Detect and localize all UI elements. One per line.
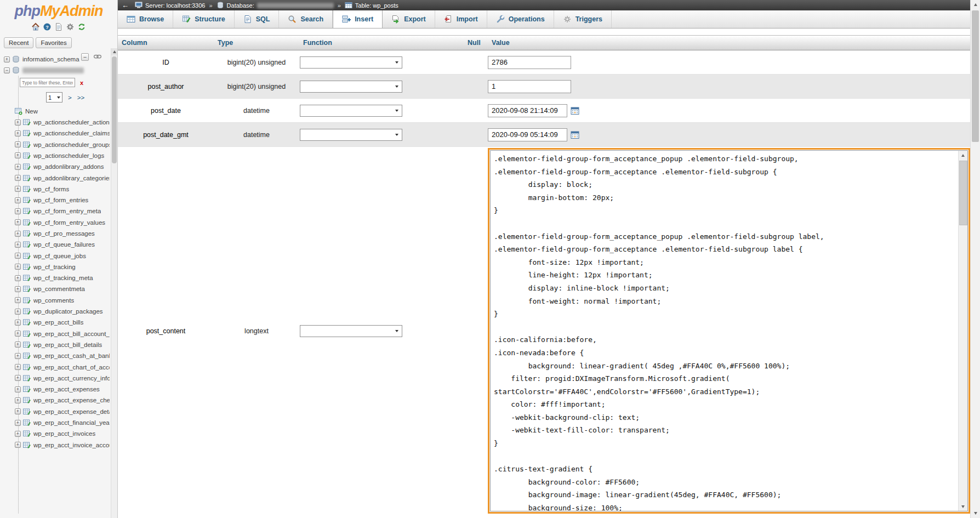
value-textarea-post-content[interactable]: .elementor-field-group-form_acceptance_p… — [490, 150, 968, 511]
expand-icon[interactable]: + — [4, 56, 10, 62]
tab-triggers[interactable]: Triggers — [554, 10, 612, 28]
expand-icon[interactable]: + — [15, 141, 21, 147]
expand-icon[interactable]: + — [15, 231, 21, 237]
expand-icon[interactable]: + — [15, 242, 21, 248]
tab-import[interactable]: Import — [435, 10, 487, 28]
tab-insert[interactable]: Insert — [333, 10, 383, 28]
calendar-icon[interactable] — [571, 106, 579, 115]
expand-icon[interactable]: + — [15, 397, 21, 403]
tab-sql[interactable]: SQL — [235, 10, 280, 28]
refresh-icon[interactable] — [77, 22, 86, 31]
tree-item-table[interactable]: + wp_cf_queue_failures — [0, 239, 110, 250]
tree-item-new-table[interactable]: New — [0, 106, 110, 117]
nav-scrollbar[interactable] — [111, 48, 117, 518]
expand-icon[interactable]: + — [15, 341, 21, 348]
expand-icon[interactable]: + — [15, 364, 21, 370]
tab-search[interactable]: Search — [279, 10, 333, 28]
settings-gear-icon[interactable] — [66, 22, 75, 31]
breadcrumb-server[interactable]: Server: localhost:3306 — [145, 2, 205, 9]
tree-item-table[interactable]: + wp_erp_acct_chart_of_accounts — [0, 361, 110, 372]
tree-item-table[interactable]: + wp_cf_tracking — [0, 261, 110, 272]
help-icon[interactable]: ? — [43, 22, 52, 31]
expand-icon[interactable]: + — [15, 264, 21, 270]
breadcrumb-database[interactable]: Database: — [227, 2, 254, 9]
tree-item-table[interactable]: + wp_erp_acct_expenses — [0, 384, 110, 395]
tree-item-table[interactable]: + wp_addonlibrary_addons — [0, 161, 110, 172]
tree-item-table[interactable]: + wp_cf_form_entries — [0, 195, 110, 206]
recent-button[interactable]: Recent — [4, 37, 33, 48]
tree-item-table[interactable]: + wp_actionscheduler_claims — [0, 128, 110, 139]
tree-item-table[interactable]: + wp_erp_acct_bills — [0, 317, 110, 328]
phpmyadmin-logo[interactable]: phpMyAdmin — [0, 0, 117, 20]
collapse-nav-arrow[interactable]: ← — [122, 1, 129, 9]
scroll-down-icon[interactable] — [959, 502, 967, 511]
value-input-post-author[interactable] — [488, 80, 571, 93]
expand-icon[interactable]: + — [15, 253, 21, 259]
tab-browse[interactable]: Browse — [118, 10, 173, 28]
expand-icon[interactable]: + — [15, 186, 21, 192]
value-input-id[interactable] — [488, 56, 571, 69]
tree-item-table[interactable]: + wp_cf_forms — [0, 184, 110, 195]
function-select[interactable] — [300, 325, 402, 337]
documentation-icon[interactable] — [54, 22, 63, 31]
scroll-up-icon[interactable] — [111, 48, 117, 55]
tree-item-table[interactable]: + wp_cf_form_entry_meta — [0, 206, 110, 217]
expand-icon[interactable]: + — [15, 375, 21, 381]
tree-item-table[interactable]: + wp_cf_queue_jobs — [0, 250, 110, 261]
tree-item-table[interactable]: + wp_actionscheduler_logs — [0, 150, 110, 161]
expand-icon[interactable]: + — [15, 275, 21, 281]
tab-export[interactable]: Export — [383, 10, 435, 28]
tree-item-table[interactable]: + wp_cf_form_entry_values — [0, 217, 110, 228]
page-select[interactable]: 1 — [46, 92, 62, 103]
tree-item-table[interactable]: + wp_erp_acct_currency_info — [0, 373, 110, 384]
tree-filter-input[interactable] — [20, 78, 75, 87]
expand-icon[interactable]: + — [15, 152, 21, 158]
tree-item-table[interactable]: + wp_actionscheduler_actions — [0, 117, 110, 128]
page-scrollbar-thumb[interactable] — [972, 10, 979, 142]
expand-icon[interactable]: + — [15, 420, 21, 426]
expand-icon[interactable]: + — [15, 175, 21, 181]
home-icon[interactable] — [31, 22, 40, 31]
expand-icon[interactable]: + — [15, 119, 21, 126]
expand-icon[interactable]: + — [15, 219, 21, 225]
expand-icon[interactable]: + — [15, 331, 21, 337]
expand-icon[interactable]: + — [15, 286, 21, 292]
expand-icon[interactable]: + — [15, 164, 21, 170]
page-last-link[interactable]: >> — [77, 94, 84, 101]
value-input-post-date-gmt[interactable] — [488, 128, 567, 141]
scroll-up-icon[interactable] — [971, 0, 980, 9]
collapse-icon[interactable]: − — [4, 67, 10, 73]
function-select[interactable] — [300, 56, 402, 69]
breadcrumb-table[interactable]: Table: wp_posts — [355, 2, 398, 9]
tab-operations[interactable]: Operations — [487, 10, 554, 28]
function-select[interactable] — [300, 81, 402, 93]
tree-item-table[interactable]: + wp_erp_acct_bill_details — [0, 339, 110, 350]
expand-icon[interactable]: + — [15, 297, 21, 303]
tree-item-table[interactable]: + wp_erp_acct_expense_details — [0, 406, 110, 417]
function-select[interactable] — [300, 105, 402, 117]
tree-item-table[interactable]: + wp_erp_acct_invoice_account_details — [0, 440, 110, 451]
expand-icon[interactable]: + — [15, 130, 21, 136]
expand-icon[interactable]: + — [15, 208, 21, 214]
tree-item-table[interactable]: + wp_duplicator_packages — [0, 306, 110, 317]
tree-item-table[interactable]: + wp_addonlibrary_categories — [0, 172, 110, 183]
tree-item-information-schema[interactable]: + information_schema — [0, 54, 110, 65]
expand-icon[interactable]: + — [15, 353, 21, 359]
tree-item-table[interactable]: + wp_commentmeta — [0, 283, 110, 294]
clear-filter-button[interactable]: x — [80, 79, 83, 86]
tree-item-table[interactable]: + wp_actionscheduler_groups — [0, 139, 110, 150]
expand-icon[interactable]: + — [15, 431, 21, 437]
page-next-link[interactable]: > — [68, 94, 72, 101]
favorites-button[interactable]: Favorites — [36, 37, 71, 48]
tree-item-current-database[interactable]: − — [0, 65, 110, 76]
tree-item-table[interactable]: + wp_erp_acct_financial_years — [0, 417, 110, 428]
nav-scrollbar-thumb[interactable] — [112, 56, 117, 163]
value-input-post-date[interactable] — [488, 104, 567, 117]
tree-item-table[interactable]: + wp_erp_acct_bill_account_details — [0, 328, 110, 339]
scroll-up-icon[interactable] — [959, 151, 967, 160]
scroll-down-icon[interactable] — [971, 509, 980, 518]
function-select[interactable] — [300, 129, 402, 141]
tree-item-table[interactable]: + wp_erp_acct_cash_at_banks — [0, 350, 110, 361]
expand-icon[interactable]: + — [15, 309, 21, 315]
tab-structure[interactable]: Structure — [173, 10, 235, 28]
